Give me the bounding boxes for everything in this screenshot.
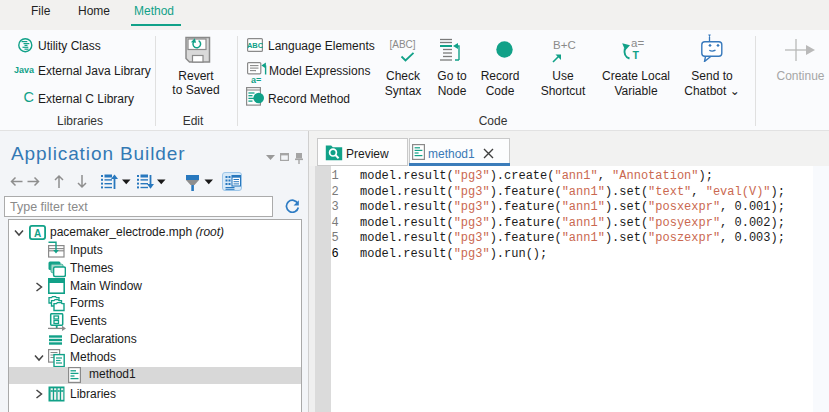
svg-text:a=: a=	[631, 37, 644, 49]
svg-text:T: T	[633, 49, 640, 61]
svg-text:A: A	[34, 228, 41, 239]
svg-text:a=: a=	[251, 75, 261, 84]
svg-text:ABC: ABC	[247, 41, 263, 50]
